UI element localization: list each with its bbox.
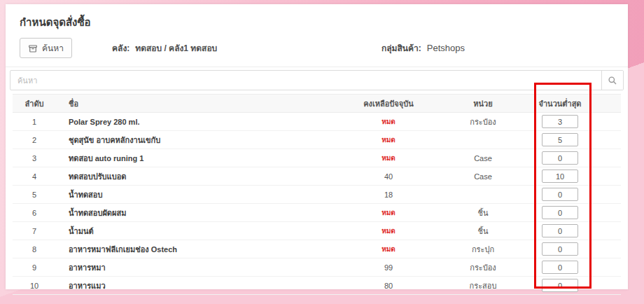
product-name: Polar Sprey 280 ml.	[56, 113, 346, 131]
table-row: 4 ทดสอบปรับแบอด 40 Case	[13, 167, 621, 186]
row-spacer	[584, 167, 621, 186]
toolbar: ค้นหา คลัง:ทดสอบ / คลัง1 ทดสอบ กลุ่มสินค…	[20, 38, 614, 60]
header-name: ชื่อ	[56, 95, 346, 113]
row-spacer	[584, 149, 621, 167]
table-body: 1 Polar Sprey 280 ml. หมด กระป๋อง 2 ชุดส…	[13, 113, 621, 295]
row-spacer	[584, 186, 621, 204]
search-toggle-label: ค้นหา	[42, 41, 64, 55]
row-order: 10	[13, 277, 56, 295]
search-toggle-button[interactable]: ค้นหา	[20, 38, 72, 58]
row-spacer	[584, 131, 621, 149]
row-spacer	[584, 258, 621, 277]
row-order: 7	[13, 222, 56, 240]
reorder-table: ลำดับ ชื่อ คงเหลือปัจจุบัน หน่วย จำนวนต่…	[13, 94, 621, 295]
row-order: 8	[13, 240, 56, 258]
warehouse-label: คลัง:	[112, 43, 130, 53]
table-row: 1 Polar Sprey 280 ml. หมด กระป๋อง	[13, 113, 621, 131]
page-title: กำหนดจุดสั่งซื้อ	[20, 14, 614, 31]
stock-value: หมด	[382, 227, 396, 235]
table-row: 2 ชุดสุนัข อาบคหลักงานเขกับ หมด	[13, 131, 621, 149]
row-order: 3	[13, 149, 56, 167]
min-quantity-input[interactable]	[542, 279, 578, 292]
content-card: กำหนดจุดสั่งซื้อ ค้นหา คลัง:ทดสอบ / คลัง…	[6, 4, 628, 289]
table-row: 9 อาหารหมา 99 กระป๋อง	[13, 258, 621, 277]
row-order: 6	[13, 204, 56, 222]
min-quantity-input[interactable]	[542, 188, 578, 201]
min-quantity-input[interactable]	[542, 151, 578, 165]
row-order: 2	[13, 131, 56, 149]
stock-value: หมด	[382, 209, 396, 216]
header-order: ลำดับ	[13, 95, 56, 113]
min-quantity-input[interactable]	[542, 115, 578, 128]
page-header: กำหนดจุดสั่งซื้อ ค้นหา คลัง:ทดสอบ / คลัง…	[6, 4, 628, 60]
stock-value: 99	[384, 263, 393, 272]
product-name: น้ำทดสอบ	[56, 186, 346, 204]
unit-value	[430, 186, 536, 204]
row-spacer	[584, 277, 621, 295]
unit-value: กระป๋อง	[430, 113, 536, 131]
search-submit-button[interactable]	[601, 71, 623, 90]
product-name: น้ำทดสอบผัดผสม	[56, 204, 346, 222]
header-min-quantity: จำนวนต่ำสุด	[536, 95, 584, 113]
min-quantity-input[interactable]	[542, 261, 578, 274]
min-quantity-input[interactable]	[542, 224, 578, 237]
unit-value: ชิ้น	[430, 204, 536, 222]
header-unit: หน่วย	[430, 95, 536, 113]
product-name: อาหารหมา	[56, 258, 346, 277]
search-input[interactable]	[10, 71, 601, 90]
min-quantity-input[interactable]	[542, 242, 578, 256]
table-row: 6 น้ำทดสอบผัดผสม หมด ชิ้น	[13, 204, 621, 222]
table-header: ลำดับ ชื่อ คงเหลือปัจจุบัน หน่วย จำนวนต่…	[13, 95, 621, 113]
search-input-group	[10, 70, 624, 90]
unit-value: Case	[430, 167, 536, 186]
unit-value: ชิ้น	[430, 222, 536, 240]
stock-value: หมด	[382, 245, 396, 253]
stock-value: หมด	[382, 118, 396, 125]
stock-value: หมด	[382, 154, 396, 162]
row-order: 4	[13, 167, 56, 186]
table-row: 8 อาหารหมาฟลีเกเยมช่อง Ostech หมด กระปุก	[13, 240, 621, 258]
min-quantity-input[interactable]	[542, 170, 578, 183]
product-name: ทดสอบ auto runing 1	[56, 149, 346, 167]
stock-value: 40	[384, 172, 393, 181]
header-spacer	[584, 95, 621, 113]
product-name: ทดสอบปรับแบอด	[56, 167, 346, 186]
product-group-label: กลุ่มสินค้า:	[382, 43, 421, 53]
row-spacer	[584, 204, 621, 222]
search-bar	[6, 67, 628, 94]
unit-value: กระสอบ	[430, 277, 536, 295]
page-background: { "page": { "title": "กำหนดจุดสั่งซื้อ",…	[0, 0, 644, 304]
magnifier-icon	[608, 76, 617, 85]
warehouse-value: ทดสอบ / คลัง1 ทดสอบ	[135, 43, 217, 53]
min-quantity-input[interactable]	[542, 133, 578, 146]
table-row: 7 น้ำมนต์ หมด ชิ้น	[13, 222, 621, 240]
table-row: 3 ทดสอบ auto runing 1 หมด Case	[13, 149, 621, 167]
product-name: น้ำมนต์	[56, 222, 346, 240]
warehouse-info: คลัง:ทดสอบ / คลัง1 ทดสอบ	[112, 41, 217, 55]
row-order: 1	[13, 113, 56, 131]
product-group-value: Petshops	[427, 43, 465, 53]
row-order: 9	[13, 258, 56, 277]
row-order: 5	[13, 186, 56, 204]
row-spacer	[584, 113, 621, 131]
stock-value: 18	[384, 191, 393, 199]
product-group-info: กลุ่มสินค้า:Petshops	[382, 41, 465, 55]
stock-value: 80	[384, 282, 393, 290]
table-row: 10 อาหารแมว 80 กระสอบ	[13, 277, 621, 295]
unit-value	[430, 131, 536, 149]
unit-value: กระป๋อง	[430, 258, 536, 277]
header-current-stock: คงเหลือปัจจุบัน	[346, 95, 430, 113]
unit-value: กระปุก	[430, 240, 536, 258]
stock-value: หมด	[382, 136, 396, 144]
product-name: อาหารแมว	[56, 277, 346, 295]
table-row: 5 น้ำทดสอบ 18	[13, 186, 621, 204]
unit-value: Case	[430, 149, 536, 167]
product-name: อาหารหมาฟลีเกเยมช่อง Ostech	[56, 240, 346, 258]
archive-box-icon	[28, 43, 38, 53]
product-name: ชุดสุนัข อาบคหลักงานเขกับ	[56, 131, 346, 149]
row-spacer	[584, 240, 621, 258]
min-quantity-input[interactable]	[542, 206, 578, 219]
row-spacer	[584, 222, 621, 240]
